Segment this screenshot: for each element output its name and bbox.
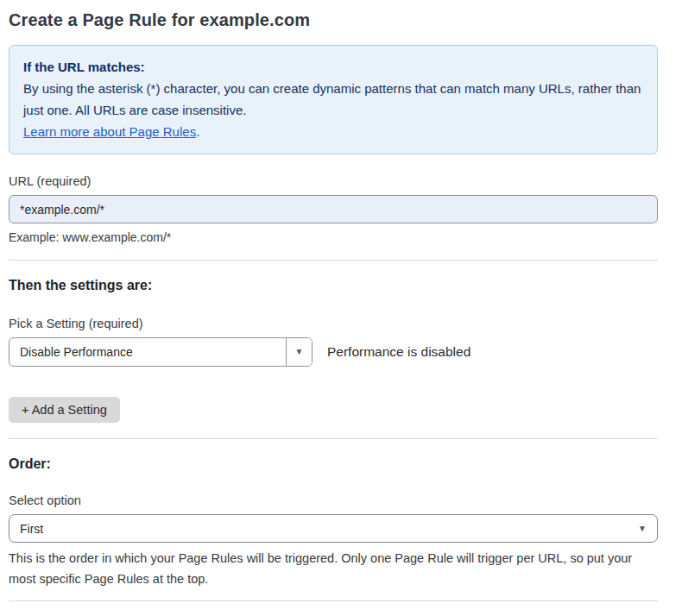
info-box-text: By using the asterisk (*) character, you… bbox=[23, 81, 641, 117]
setting-row: Disable Performance ▼ Performance is dis… bbox=[9, 337, 658, 367]
url-input[interactable] bbox=[9, 195, 658, 223]
setting-select-value: Disable Performance bbox=[9, 338, 286, 366]
order-select[interactable]: First ▼ bbox=[9, 514, 658, 543]
pick-setting-label: Pick a Setting (required) bbox=[9, 317, 658, 330]
chevron-down-icon: ▼ bbox=[295, 348, 304, 356]
divider bbox=[9, 600, 658, 601]
create-page-rule-form: Create a Page Rule for example.com If th… bbox=[0, 0, 682, 616]
url-example-text: Example: www.example.com/* bbox=[9, 230, 658, 244]
link-period: . bbox=[196, 124, 199, 139]
add-setting-button[interactable]: + Add a Setting bbox=[9, 397, 120, 423]
order-section-heading: Order: bbox=[9, 456, 658, 472]
order-select-value: First bbox=[20, 522, 43, 536]
chevron-down-icon: ▼ bbox=[638, 525, 647, 533]
order-help-text: This is the order in which your Page Rul… bbox=[9, 548, 654, 589]
setting-select-arrow-button[interactable]: ▼ bbox=[286, 338, 312, 366]
info-box-heading: If the URL matches: bbox=[23, 56, 643, 78]
url-matches-info-box: If the URL matches: By using the asteris… bbox=[9, 45, 658, 154]
learn-more-link[interactable]: Learn more about Page Rules bbox=[23, 124, 196, 139]
select-option-label: Select option bbox=[9, 493, 658, 507]
info-box-body: By using the asterisk (*) character, you… bbox=[23, 78, 643, 142]
divider bbox=[9, 260, 658, 261]
page-title: Create a Page Rule for example.com bbox=[9, 10, 658, 30]
setting-status-text: Performance is disabled bbox=[327, 344, 470, 360]
divider bbox=[9, 438, 658, 439]
setting-select[interactable]: Disable Performance ▼ bbox=[9, 337, 313, 367]
settings-section-heading: Then the settings are: bbox=[9, 278, 658, 293]
url-label: URL (required) bbox=[9, 174, 658, 188]
